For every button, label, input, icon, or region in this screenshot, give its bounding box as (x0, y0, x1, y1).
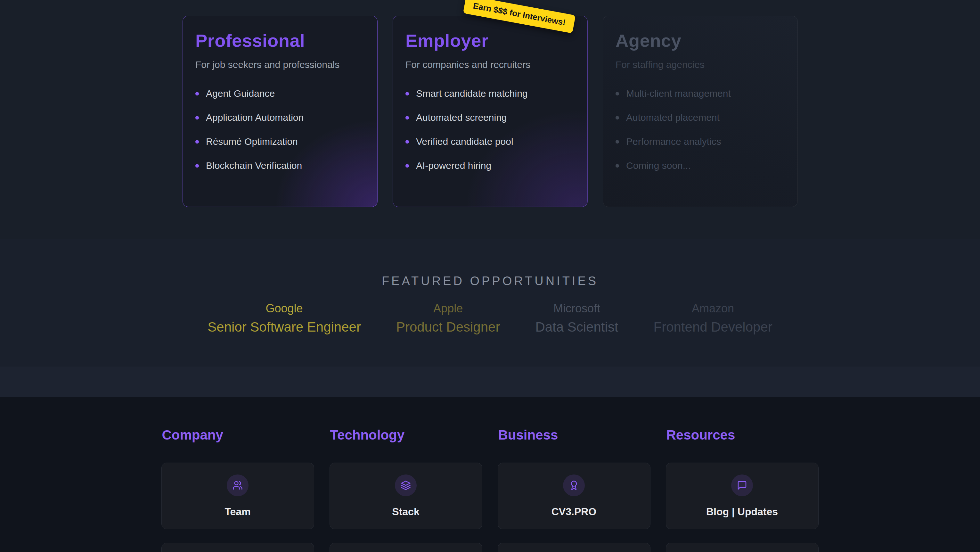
bullet-dot-icon (406, 92, 409, 96)
footer-card-label: Blog | Updates (706, 506, 778, 518)
plan-feature: Smart candidate matching (406, 88, 575, 99)
plan-feature-label: Smart candidate matching (416, 88, 528, 99)
plan-feature-label: Automated screening (416, 112, 507, 123)
plan-feature-label: AI-powered hiring (416, 160, 491, 171)
plan-feature: AI-powered hiring (406, 160, 575, 171)
footer-column-resources: Resources Blog | Updates (666, 428, 819, 552)
plan-card-professional[interactable]: Professional For job seekers and profess… (183, 16, 378, 207)
plan-feature: Performance analytics (616, 136, 785, 147)
bullet-dot-icon (196, 92, 199, 96)
plan-feature-label: Agent Guidance (206, 88, 275, 99)
footer-card-team[interactable]: Team (161, 463, 314, 529)
footer: Company Team Technology Stack (0, 397, 980, 552)
section-spacer-band (0, 367, 980, 397)
layers-icon (395, 474, 417, 496)
plan-feature: Agent Guidance (196, 88, 365, 99)
plan-feature: Résumé Optimization (196, 136, 365, 147)
plan-subtitle: For job seekers and professionals (196, 59, 365, 70)
plan-card-agency: Agency For staffing agencies Multi-clien… (603, 16, 798, 207)
plan-subtitle: For companies and recruiters (406, 59, 575, 70)
plan-feature-label: Verified candidate pool (416, 136, 513, 147)
plan-row: Professional For job seekers and profess… (183, 16, 798, 207)
footer-column-business: Business CV3.PRO (498, 428, 651, 552)
plan-title: Professional (196, 30, 365, 51)
landing-page: Earn $$$ for Interviews! Professional Fo… (0, 0, 980, 552)
plan-feature-list: Smart candidate matching Automated scree… (406, 88, 575, 171)
bullet-dot-icon (406, 116, 409, 120)
footer-card-label: CV3.PRO (552, 506, 596, 518)
footer-heading: Resources (667, 428, 819, 443)
featured-job-microsoft: Microsoft Data Scientist (535, 302, 618, 336)
footer-card-partial[interactable] (161, 543, 314, 552)
job-title: Senior Software Engineer (208, 318, 361, 336)
bullet-dot-icon (616, 116, 619, 120)
featured-opportunities-section: FEATURED OPPORTUNITIES Google Senior Sof… (0, 239, 980, 366)
bullet-dot-icon (616, 140, 619, 144)
featured-jobs-row: Google Senior Software Engineer Apple Pr… (0, 302, 980, 336)
plan-feature-label: Application Automation (206, 112, 304, 123)
bullet-dot-icon (196, 164, 199, 168)
plan-feature: Coming soon... (616, 160, 785, 171)
footer-heading: Technology (330, 428, 482, 443)
plan-feature-list: Multi-client management Automated placem… (616, 88, 785, 171)
footer-column-technology: Technology Stack (329, 428, 482, 552)
footer-heading: Company (162, 428, 314, 443)
plan-feature-label: Résumé Optimization (206, 136, 298, 147)
plan-feature: Blockchain Verification (196, 160, 365, 171)
plan-feature-label: Automated placement (626, 112, 720, 123)
bullet-dot-icon (196, 140, 199, 144)
footer-column-company: Company Team (161, 428, 314, 552)
award-icon (563, 474, 585, 496)
plan-card-employer[interactable]: Employer For companies and recruiters Sm… (393, 16, 588, 207)
plan-feature-label: Multi-client management (626, 88, 731, 99)
footer-card-label: Stack (392, 506, 419, 518)
footer-card-cv3pro[interactable]: CV3.PRO (498, 463, 651, 529)
bullet-dot-icon (406, 140, 409, 144)
plan-feature: Automated screening (406, 112, 575, 123)
message-icon (731, 474, 753, 496)
footer-card-blog[interactable]: Blog | Updates (666, 463, 819, 529)
footer-card-partial[interactable] (498, 543, 651, 552)
plans-inner: Earn $$$ for Interviews! Professional Fo… (183, 0, 797, 239)
featured-heading: FEATURED OPPORTUNITIES (0, 274, 980, 288)
featured-job-apple: Apple Product Designer (396, 302, 500, 336)
footer-card-label: Team (224, 506, 250, 518)
plan-feature: Automated placement (616, 112, 785, 123)
job-title: Frontend Developer (654, 318, 772, 336)
job-title: Data Scientist (535, 318, 618, 336)
plan-feature: Multi-client management (616, 88, 785, 99)
plan-title: Agency (616, 30, 785, 51)
footer-card-partial[interactable] (329, 543, 482, 552)
job-company: Microsoft (535, 302, 618, 316)
plan-feature: Application Automation (196, 112, 365, 123)
job-company: Google (208, 302, 361, 316)
users-icon (227, 474, 248, 496)
footer-columns: Company Team Technology Stack (161, 397, 819, 552)
plan-feature-label: Performance analytics (626, 136, 721, 147)
footer-heading: Business (498, 428, 651, 443)
job-title: Product Designer (396, 318, 500, 336)
job-company: Amazon (654, 302, 772, 316)
plan-feature-list: Agent Guidance Application Automation Ré… (196, 88, 365, 171)
bullet-dot-icon (616, 92, 619, 96)
plan-title: Employer (406, 30, 575, 51)
bullet-dot-icon (196, 116, 199, 120)
plan-feature-label: Coming soon... (626, 160, 691, 171)
plan-feature: Verified candidate pool (406, 136, 575, 147)
featured-job-google: Google Senior Software Engineer (208, 302, 361, 336)
footer-card-partial[interactable] (666, 543, 819, 552)
plans-section: Earn $$$ for Interviews! Professional Fo… (0, 0, 980, 239)
bullet-dot-icon (616, 164, 619, 168)
featured-job-amazon: Amazon Frontend Developer (654, 302, 772, 336)
footer-card-stack[interactable]: Stack (329, 463, 482, 529)
plan-feature-label: Blockchain Verification (206, 160, 302, 171)
bullet-dot-icon (406, 164, 409, 168)
plan-subtitle: For staffing agencies (616, 59, 785, 70)
job-company: Apple (396, 302, 500, 316)
